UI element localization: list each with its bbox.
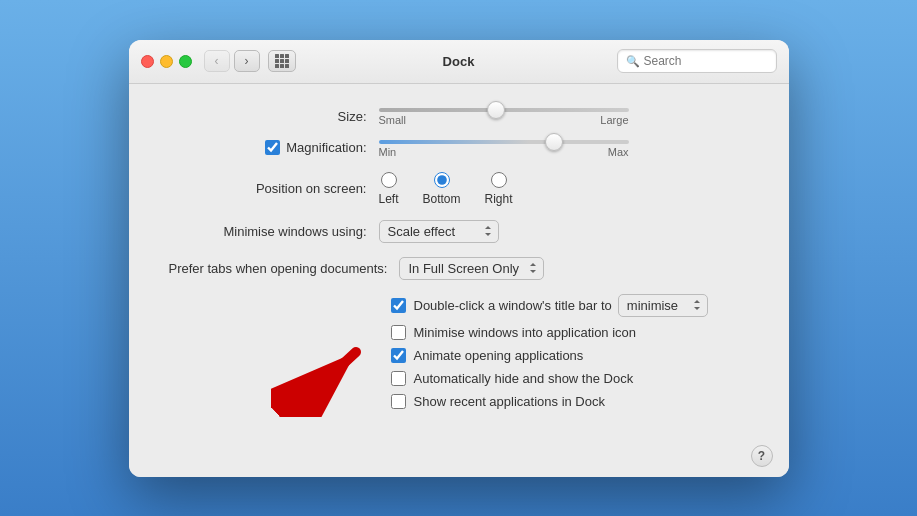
grid-icon bbox=[275, 54, 289, 68]
position-right: Right bbox=[485, 172, 513, 206]
size-slider-track[interactable] bbox=[379, 108, 629, 112]
minimise-icon-label: Minimise windows into application icon bbox=[414, 325, 637, 340]
checkboxes-section: Double-click a window's title bar to min… bbox=[391, 294, 749, 409]
position-left-radio[interactable] bbox=[381, 172, 397, 188]
minimise-select[interactable]: Scale effect Genie effect bbox=[379, 220, 499, 243]
auto-hide-checkbox[interactable] bbox=[391, 371, 406, 386]
magnification-slider-row bbox=[379, 140, 629, 144]
minimise-icon-checkbox[interactable] bbox=[391, 325, 406, 340]
double-click-select[interactable]: minimise zoom bbox=[618, 294, 708, 317]
position-left: Left bbox=[379, 172, 399, 206]
magnification-row: Magnification: Min Max bbox=[169, 140, 749, 158]
window-title: Dock bbox=[443, 54, 475, 69]
magnification-slider-wrap: Min Max bbox=[379, 140, 629, 158]
magnification-slider-thumb[interactable] bbox=[545, 133, 563, 151]
magnification-slider-track[interactable] bbox=[379, 140, 629, 144]
minimise-label: Minimise windows using: bbox=[169, 224, 379, 239]
animate-checkbox[interactable] bbox=[391, 348, 406, 363]
auto-hide-row: Automatically hide and show the Dock bbox=[391, 371, 749, 386]
recent-apps-checkbox[interactable] bbox=[391, 394, 406, 409]
magnification-slider-labels: Min Max bbox=[379, 146, 629, 158]
position-bottom-label: Bottom bbox=[423, 192, 461, 206]
forward-button[interactable]: › bbox=[234, 50, 260, 72]
size-max-label: Large bbox=[600, 114, 628, 126]
svg-line-1 bbox=[291, 352, 356, 412]
titlebar: ‹ › Dock 🔍 bbox=[129, 40, 789, 84]
double-click-row: Double-click a window's title bar to min… bbox=[391, 294, 749, 317]
position-bottom: Bottom bbox=[423, 172, 461, 206]
recent-apps-label: Show recent applications in Dock bbox=[414, 394, 606, 409]
animate-row: Animate opening applications bbox=[391, 348, 749, 363]
position-bottom-radio[interactable] bbox=[434, 172, 450, 188]
double-click-label: Double-click a window's title bar to bbox=[414, 298, 612, 313]
double-click-checkbox[interactable] bbox=[391, 298, 406, 313]
back-button[interactable]: ‹ bbox=[204, 50, 230, 72]
minimise-icon-row: Minimise windows into application icon bbox=[391, 325, 749, 340]
help-button[interactable]: ? bbox=[751, 445, 773, 467]
bottom-bar: ? bbox=[129, 437, 789, 477]
preferences-window: ‹ › Dock 🔍 Size: bbox=[129, 40, 789, 477]
recent-apps-row: Show recent applications in Dock bbox=[391, 394, 749, 409]
search-icon: 🔍 bbox=[626, 55, 640, 68]
minimize-button[interactable] bbox=[160, 55, 173, 68]
minimise-row: Minimise windows using: Scale effect Gen… bbox=[169, 220, 749, 243]
prefer-tabs-label: Prefer tabs when opening documents: bbox=[169, 261, 400, 276]
prefer-tabs-row: Prefer tabs when opening documents: In F… bbox=[169, 257, 749, 280]
search-input[interactable] bbox=[644, 54, 768, 68]
size-label: Size: bbox=[169, 109, 379, 124]
size-min-label: Small bbox=[379, 114, 407, 126]
preferences-content: Size: Small Large Magnification: bbox=[129, 84, 789, 437]
auto-hide-label: Automatically hide and show the Dock bbox=[414, 371, 634, 386]
magnification-label: Magnification: bbox=[286, 140, 366, 155]
red-arrow bbox=[271, 337, 381, 417]
close-button[interactable] bbox=[141, 55, 154, 68]
size-slider-wrap: Small Large bbox=[379, 108, 629, 126]
size-slider-row bbox=[379, 108, 629, 112]
magnification-min-label: Min bbox=[379, 146, 397, 158]
traffic-lights bbox=[141, 55, 192, 68]
position-radio-group: Left Bottom Right bbox=[379, 172, 513, 206]
position-right-label: Right bbox=[485, 192, 513, 206]
maximize-button[interactable] bbox=[179, 55, 192, 68]
animate-label: Animate opening applications bbox=[414, 348, 584, 363]
size-slider-thumb[interactable] bbox=[487, 101, 505, 119]
size-row: Size: Small Large bbox=[169, 108, 749, 126]
magnification-checkbox[interactable] bbox=[265, 140, 280, 155]
position-label: Position on screen: bbox=[169, 181, 379, 196]
magnification-max-label: Max bbox=[608, 146, 629, 158]
search-box[interactable]: 🔍 bbox=[617, 49, 777, 73]
nav-buttons: ‹ › bbox=[204, 50, 260, 72]
position-left-label: Left bbox=[379, 192, 399, 206]
position-right-radio[interactable] bbox=[491, 172, 507, 188]
position-row: Position on screen: Left Bottom Right bbox=[169, 172, 749, 206]
size-slider-labels: Small Large bbox=[379, 114, 629, 126]
grid-view-button[interactable] bbox=[268, 50, 296, 72]
double-click-inline: Double-click a window's title bar to min… bbox=[414, 294, 708, 317]
magnification-label-area: Magnification: bbox=[169, 140, 379, 155]
prefer-tabs-select[interactable]: In Full Screen Only Always Never Manuall… bbox=[399, 257, 544, 280]
